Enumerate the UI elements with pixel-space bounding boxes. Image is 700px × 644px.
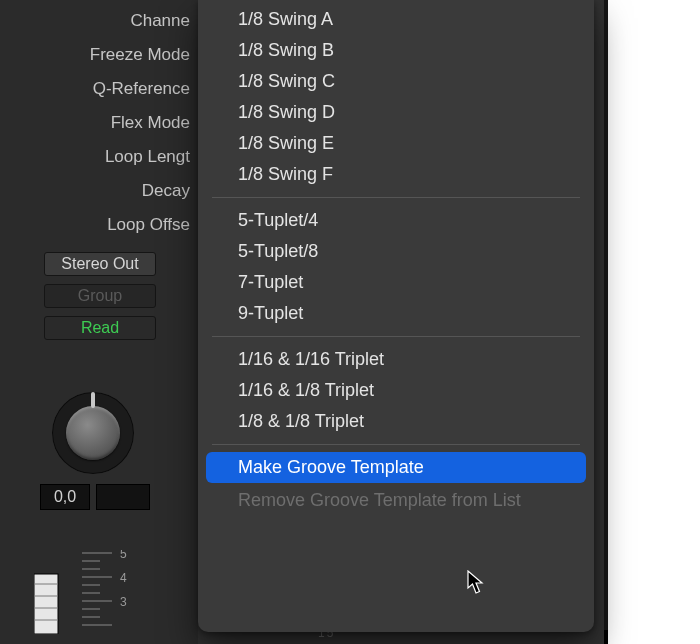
app-root: 15 Channe Freeze Mode Q-Reference Flex M… xyxy=(0,0,700,644)
quantize-menu[interactable]: 1/8 Swing A 1/8 Swing B 1/8 Swing C 1/8 … xyxy=(198,0,594,632)
menu-item-5tuplet4[interactable]: 5-Tuplet/4 xyxy=(198,205,594,236)
menu-separator xyxy=(212,197,580,198)
param-q-reference[interactable]: Q-Reference xyxy=(0,72,198,106)
menu-item-7tuplet[interactable]: 7-Tuplet xyxy=(198,267,594,298)
param-decay[interactable]: Decay xyxy=(0,174,198,208)
pan-knob[interactable] xyxy=(52,392,134,474)
scale-tick-label: 5 xyxy=(120,550,127,561)
menu-item-make-groove-template[interactable]: Make Groove Template xyxy=(206,452,586,483)
param-freeze-mode[interactable]: Freeze Mode xyxy=(0,38,198,72)
automation-read-button[interactable]: Read xyxy=(44,316,156,340)
menu-item-swing-f[interactable]: 1/8 Swing F xyxy=(198,159,594,190)
pan-area: 0,0 xyxy=(40,392,170,510)
menu-item-swing-b[interactable]: 1/8 Swing B xyxy=(198,35,594,66)
menu-item-8-8-triplet[interactable]: 1/8 & 1/8 Triplet xyxy=(198,406,594,437)
pan-knob-indicator-icon xyxy=(91,392,95,408)
pan-value-field[interactable]: 0,0 xyxy=(40,484,90,510)
menu-item-5tuplet8[interactable]: 5-Tuplet/8 xyxy=(198,236,594,267)
page-background xyxy=(608,0,700,644)
group-button[interactable]: Group xyxy=(44,284,156,308)
menu-item-swing-d[interactable]: 1/8 Swing D xyxy=(198,97,594,128)
menu-item-16-16-triplet[interactable]: 1/16 & 1/16 Triplet xyxy=(198,344,594,375)
track-inspector: Channe Freeze Mode Q-Reference Flex Mode… xyxy=(0,0,198,644)
scale-tick-label: 3 xyxy=(120,595,127,609)
menu-separator xyxy=(212,336,580,337)
menu-item-9tuplet[interactable]: 9-Tuplet xyxy=(198,298,594,329)
menu-separator xyxy=(212,444,580,445)
stereo-out-button[interactable]: Stereo Out xyxy=(44,252,156,276)
window-right-border xyxy=(604,0,608,644)
menu-item-swing-c[interactable]: 1/8 Swing C xyxy=(198,66,594,97)
menu-item-remove-groove-template: Remove Groove Template from List xyxy=(198,485,594,516)
fader-scale-icon: 5 4 3 xyxy=(34,550,154,634)
menu-item-swing-e[interactable]: 1/8 Swing E xyxy=(198,128,594,159)
param-flex-mode[interactable]: Flex Mode xyxy=(0,106,198,140)
param-loop-length[interactable]: Loop Lengt xyxy=(0,140,198,174)
fader-scale: 5 4 3 xyxy=(34,550,154,634)
param-channel[interactable]: Channe xyxy=(0,4,198,38)
scale-tick-label: 4 xyxy=(120,571,127,585)
parameter-labels: Channe Freeze Mode Q-Reference Flex Mode… xyxy=(0,0,198,242)
pan-knob-cap xyxy=(66,406,120,460)
svg-rect-0 xyxy=(34,574,58,634)
pan-value-field-right[interactable] xyxy=(96,484,150,510)
param-loop-offset[interactable]: Loop Offse xyxy=(0,208,198,242)
menu-item-swing-a[interactable]: 1/8 Swing A xyxy=(198,4,594,35)
pan-readout: 0,0 xyxy=(40,484,170,510)
menu-item-16-8-triplet[interactable]: 1/16 & 1/8 Triplet xyxy=(198,375,594,406)
inspector-buttons: Stereo Out Group Read xyxy=(0,242,198,340)
